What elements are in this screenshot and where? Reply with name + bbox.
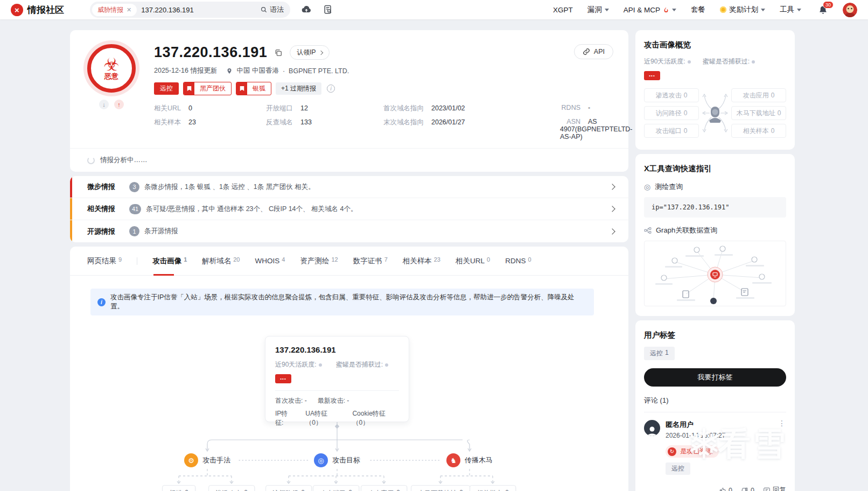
thumbs-down-icon [741, 487, 748, 491]
attack-method-icon: ⚙ [184, 453, 198, 467]
info-dot-icon[interactable] [688, 60, 691, 64]
leaf-scan[interactable]: 扫描0 [162, 485, 195, 491]
overview-box-access-path[interactable]: 访问路径0 [644, 106, 699, 120]
spinner-icon [87, 157, 95, 164]
update-time: 2025-12-16 情报更新 [154, 66, 217, 75]
mapping-query-code[interactable]: ip="137.220.136.191" [644, 197, 786, 218]
syntax-helper[interactable]: 语法 [260, 5, 284, 15]
stat-asn: ASNAS 4907(BGPNETPTELTD-AS-AP) [560, 118, 633, 141]
nav-item-plans[interactable]: 套餐 [691, 5, 705, 15]
info-dot-icon[interactable] [319, 363, 322, 367]
bookmark-icon [236, 82, 247, 95]
tag-silver-fox[interactable]: 银狐 [236, 82, 271, 95]
tab-asset-mapping[interactable]: 资产测绘12 [300, 247, 338, 276]
search-bar[interactable]: 威胁情报 ✕ 语法 [90, 2, 290, 18]
tag-expired-intel[interactable]: +1 过期情报 [276, 82, 321, 95]
overview-diagram: 渗透攻击0 访问路径0 攻击端口0 [644, 86, 786, 140]
add-tag-button[interactable]: 我要打标签 [644, 368, 786, 387]
overview-box-penetration[interactable]: 渗透攻击0 [644, 88, 699, 102]
page-title: 137.220.136.191 [154, 44, 267, 61]
notifications-button[interactable]: 30 [818, 5, 828, 15]
overview-box-attack-port[interactable]: 攻击端口0 [644, 124, 699, 138]
search-icon [260, 6, 268, 13]
nav-item-tools[interactable]: 工具 [780, 5, 801, 15]
overview-box-related-sample[interactable]: 相关样本0 [731, 124, 786, 138]
reply-button[interactable]: 回复 [763, 486, 786, 491]
intel-row-related[interactable]: 相关情报 41 条可疑/恶意情报，其中 通信样本 23个、 C段IP 14个、 … [70, 198, 628, 220]
tab-related-samples[interactable]: 相关样本23 [403, 247, 440, 276]
search-scope-tab[interactable]: 威胁情报 ✕ [92, 4, 137, 16]
info-dot-icon[interactable] [752, 60, 755, 64]
dislike-button[interactable]: 0 [741, 487, 754, 491]
comments-title: 评论 (1) [644, 396, 786, 405]
vote-down-button[interactable]: ↓ [99, 100, 109, 109]
leaf-related-sample[interactable]: 相关样本0 [470, 485, 516, 491]
tab-whois[interactable]: WHOIS4 [255, 247, 285, 276]
verdict-label: 恶意 [104, 72, 118, 81]
close-icon[interactable]: ✕ [127, 6, 131, 13]
first-attack: 首次攻击: - [275, 396, 307, 405]
vote-up-button[interactable]: ↑ [114, 100, 124, 109]
stat-open-ports: 开放端口12 [266, 104, 383, 113]
stat-first-domain: 首次域名指向2023/01/02 [383, 104, 560, 113]
leaf-trojan-url[interactable]: 木马下载地址0 [411, 485, 470, 491]
biohazard-icon: ☣ [103, 55, 120, 73]
search-input[interactable] [141, 6, 256, 14]
comment-time: 2026-01-14 15:07:27 [666, 432, 725, 439]
tab-attack-profile[interactable]: 攻击画像1 [152, 247, 187, 276]
file-search-icon[interactable] [323, 4, 333, 15]
leaf-attack-port[interactable]: 攻击端口0 [313, 485, 359, 491]
detail-tabs: 网页结果9 攻击画像1 解析域名20 WHOIS4 资产测绘12 数字证书7 相… [70, 247, 628, 276]
tab-rdns[interactable]: RDNS0 [505, 247, 531, 276]
ip-location: 中国 中国香港 [236, 66, 278, 75]
tab-web-results[interactable]: 网页结果9 [87, 247, 122, 276]
ip-meta: 2025-12-16 情报更新 中国 中国香港 · BGPNET PTE. LT… [154, 66, 633, 75]
leaf-penetration[interactable]: 渗透攻击0 [208, 485, 255, 491]
graph-preview[interactable] [644, 241, 786, 306]
tag-black-industry[interactable]: 黑产团伙 [183, 82, 232, 95]
chevron-right-icon[interactable] [609, 206, 615, 212]
nav-item-api-mcp[interactable]: API & MCP [624, 6, 676, 14]
syntax-label: 语法 [270, 5, 284, 15]
nav-item-rewards[interactable]: 奖励计划 [720, 5, 765, 15]
leaf-attack-app[interactable]: 攻击应用0 [361, 485, 407, 491]
overview-box-attack-app[interactable]: 攻击应用0 [731, 88, 786, 102]
node-attack-target: ◎ 攻击目标 [314, 453, 360, 467]
tab-certificates[interactable]: 数字证书7 [353, 247, 388, 276]
overview-box-trojan-url[interactable]: 木马下载地址0 [731, 106, 786, 120]
activity-badge: ••• [644, 71, 660, 80]
user-tag-remote-control[interactable]: 远控1 [644, 347, 675, 360]
intel-row-threatbook[interactable]: 微步情报 3 条微步情报，1条 银狐 、1条 远控 、1条 黑产团伙 相关。 [70, 176, 628, 198]
tab-resolved-domains[interactable]: 解析域名20 [202, 247, 240, 276]
api-button[interactable]: API [574, 44, 613, 59]
intel-summary-card: 微步情报 3 条微步情报，1条 银狐 、1条 远控 、1条 黑产团伙 相关。 相… [70, 176, 628, 242]
brand[interactable]: × 情报社区 [11, 4, 64, 16]
tab-related-url[interactable]: 相关URL0 [456, 247, 490, 276]
hacker-icon [700, 86, 730, 140]
tag-remote-control[interactable]: 远控 [154, 82, 179, 95]
analyzing-status: 情报分析中…… [70, 148, 628, 172]
comment-avatar [644, 420, 660, 436]
cloud-upload-icon[interactable] [301, 4, 312, 15]
leaf-access-path[interactable]: 访问路径0 [265, 485, 312, 491]
stat-related-url: 相关URL0 [154, 104, 266, 113]
like-button[interactable]: 0 [719, 487, 732, 491]
copy-icon[interactable] [274, 48, 283, 57]
ip-info: 137.220.136.191 认领IP 2025-12-16 情报更新 中国 … [154, 44, 633, 141]
info-dot-icon[interactable] [385, 363, 388, 367]
comment-tag[interactable]: 远控 [666, 462, 690, 475]
location-pin-icon [226, 67, 233, 75]
chevron-right-icon[interactable] [609, 228, 615, 234]
info-icon[interactable]: i [327, 85, 335, 93]
claim-ip-button[interactable]: 认领IP [290, 45, 329, 60]
nav-item-vulns[interactable]: 漏洞 [587, 5, 609, 15]
intel-row-opensource[interactable]: 开源情报 1 条开源情报 [70, 220, 628, 242]
avatar[interactable] [843, 3, 857, 17]
attack-resource-badge: ↻ 是攻击资源 [666, 445, 719, 458]
more-menu-icon[interactable]: ⋮ [778, 419, 786, 427]
nav-item-xgpt[interactable]: XGPT [553, 6, 573, 14]
divider [275, 390, 399, 391]
count-badge: 1 [129, 226, 139, 236]
chevron-right-icon[interactable] [609, 184, 615, 190]
stat-last-domain: 末次域名指向2026/01/27 [383, 118, 560, 141]
